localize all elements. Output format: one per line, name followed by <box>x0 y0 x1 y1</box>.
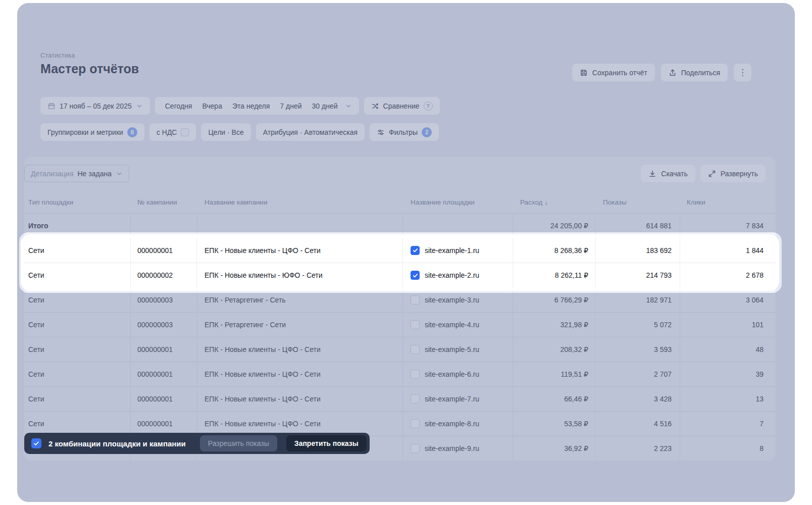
column-header-platform-type[interactable]: Тип площадки <box>24 191 131 213</box>
quick-range-7-days[interactable]: 7 дней <box>277 102 304 110</box>
table-header-row: Тип площадки № кампании Название кампани… <box>24 191 776 213</box>
column-header-cost[interactable]: Расход ↓ <box>513 191 596 213</box>
site-name: site-example-7.ru <box>425 395 479 403</box>
filters-label: Фильтры <box>389 128 418 136</box>
attribution-chip[interactable]: Атрибуция · Автоматическая <box>256 123 365 141</box>
cell-clicks: 13 <box>680 387 776 411</box>
save-report-button[interactable]: Сохранить отчёт <box>572 64 655 81</box>
cell-impressions: 5 072 <box>596 313 680 337</box>
column-header-campaign-name[interactable]: Название кампании <box>197 191 403 213</box>
cell-site-name: site-example-7.ru <box>403 387 513 411</box>
column-header-impressions[interactable]: Показы <box>596 191 680 213</box>
row-checkbox[interactable] <box>411 444 420 453</box>
groupings-count-badge: 8 <box>127 127 137 137</box>
comparison-chip[interactable]: Сравнение ? <box>364 97 440 115</box>
cell-platform-type: Сети <box>24 238 131 263</box>
quick-range-30-days[interactable]: 30 дней <box>309 102 341 110</box>
detailing-dropdown[interactable]: Детализация Не задана <box>24 165 129 182</box>
table-row[interactable]: Сети 000000001 ЕПК - Новые клиенты - ЦФО… <box>24 411 776 436</box>
table-body: Итого 24 205,00 ₽ 614 881 7 834 Сети 000… <box>24 213 776 461</box>
cell-impressions: 182 971 <box>596 287 680 312</box>
allow-impressions-button[interactable]: Разрешить показы <box>200 435 277 451</box>
cell-campaign-id: 000000003 <box>131 287 197 312</box>
site-name: site-example-4.ru <box>425 321 479 329</box>
more-actions-button[interactable]: ⋮ <box>734 64 751 81</box>
toast-checkbox[interactable] <box>31 438 41 448</box>
cell-campaign-name: ЕПК - Новые клиенты - ЦФО - Сети <box>197 412 403 436</box>
table-row[interactable]: Сети 000000001 ЕПК - Новые клиенты - ЦФО… <box>24 238 776 263</box>
site-name: site-example-2.ru <box>425 271 479 279</box>
deny-impressions-button[interactable]: Запретить показы <box>286 435 367 451</box>
vat-chip[interactable]: с НДС <box>149 123 196 141</box>
cell-site-name: site-example-2.ru <box>403 263 513 287</box>
cell-campaign-name: ЕПК - Новые клиенты - ЦФО - Сети <box>197 238 403 263</box>
cell-clicks: 39 <box>680 362 776 386</box>
breadcrumb[interactable]: Статистика <box>40 52 75 59</box>
row-checkbox[interactable] <box>411 394 420 403</box>
cell-clicks: 3 064 <box>680 287 776 312</box>
selection-toast: 2 комбинации площадки и кампании Разреши… <box>24 433 370 454</box>
table-row[interactable]: Сети 000000001 ЕПК - Новые клиенты - ЦФО… <box>24 386 776 411</box>
row-checkbox[interactable] <box>411 271 420 280</box>
cell-site-name: site-example-6.ru <box>403 362 513 386</box>
cell-cost: 66,46 ₽ <box>513 387 596 411</box>
chevron-down-icon <box>116 170 123 177</box>
quick-range-today[interactable]: Сегодня <box>162 102 195 110</box>
row-checkbox[interactable] <box>411 345 420 354</box>
cell-cost: 8 262,11 ₽ <box>513 263 596 287</box>
save-icon <box>580 69 588 77</box>
vat-label: с НДС <box>157 128 177 136</box>
column-header-site-name[interactable]: Название площадки <box>403 191 513 213</box>
cell-campaign-name: ЕПК - Новые клиенты - ЦФО - Сети <box>197 362 403 386</box>
compare-shuffle-icon <box>371 102 379 110</box>
cell-impressions: 3 593 <box>596 337 680 362</box>
groupings-metrics-chip[interactable]: Группировки и метрики 8 <box>40 123 144 141</box>
cell-campaign-name: ЕПК - Ретаргетинг - Сеть <box>197 287 403 312</box>
vat-checkbox[interactable] <box>181 128 189 136</box>
cell-impressions: 3 428 <box>596 387 680 411</box>
column-header-campaign-id[interactable]: № кампании <box>131 191 197 213</box>
toast-selection-label: 2 комбинации площадки и кампании <box>48 439 186 448</box>
cell-site-name: site-example-1.ru <box>403 238 513 263</box>
filters-row-2: Группировки и метрики 8 с НДС Цели · Все… <box>40 123 439 141</box>
cell-cost: 119,51 ₽ <box>513 362 596 386</box>
filters-chip[interactable]: Фильтры 2 <box>370 123 439 141</box>
table-row[interactable]: Сети 000000001 ЕПК - Новые клиенты - ЦФО… <box>24 362 776 386</box>
cell-clicks: 8 <box>680 436 776 461</box>
cell-platform-type: Сети <box>24 287 131 312</box>
share-button[interactable]: Поделиться <box>661 64 728 81</box>
cell-campaign-name: ЕПК - Новые клиенты - ЦФО - Сети <box>197 337 403 362</box>
cell-campaign-name: ЕПК - Новые клиенты - ЮФО - Сети <box>197 263 403 287</box>
download-button[interactable]: Скачать <box>641 165 695 182</box>
quick-range-this-week[interactable]: Эта неделя <box>229 102 273 110</box>
quick-range-chip: Сегодня Вчера Эта неделя 7 дней 30 дней <box>155 97 359 115</box>
expand-icon <box>708 170 716 178</box>
chevron-down-icon[interactable] <box>345 103 352 110</box>
table-row[interactable]: Сети 000000003 ЕПК - Ретаргетинг - Сеть … <box>24 287 776 312</box>
table-row[interactable]: Сети 000000003 ЕПК - Ретаргетинг - Сети … <box>24 312 776 337</box>
cell-clicks: 2 678 <box>680 263 776 287</box>
goals-chip[interactable]: Цели · Все <box>201 123 250 141</box>
page-title: Мастер отчётов <box>40 62 139 76</box>
row-checkbox[interactable] <box>411 419 420 428</box>
row-checkbox[interactable] <box>411 246 420 255</box>
expand-button[interactable]: Развернуть <box>700 165 766 182</box>
sort-desc-icon: ↓ <box>545 198 548 206</box>
table-row[interactable]: Сети 000000001 ЕПК - Новые клиенты - ЦФО… <box>24 337 776 362</box>
row-checkbox[interactable] <box>411 320 420 329</box>
row-checkbox[interactable] <box>411 295 420 305</box>
cell-campaign-name: ЕПК - Новые клиенты - ЦФО - Сети <box>197 387 403 411</box>
chevron-down-icon <box>136 103 143 110</box>
cell-platform-type: Сети <box>24 362 131 386</box>
totals-label: Итого <box>24 214 131 238</box>
table-row[interactable]: Сети 000000002 ЕПК - Новые клиенты - ЮФО… <box>24 263 776 287</box>
share-icon <box>669 69 677 77</box>
row-checkbox[interactable] <box>411 370 420 379</box>
help-icon[interactable]: ? <box>424 102 433 111</box>
cell-site-name: site-example-4.ru <box>403 313 513 337</box>
cell-site-name: site-example-5.ru <box>403 337 513 362</box>
cell-cost: 321,98 ₽ <box>513 313 596 337</box>
quick-range-yesterday[interactable]: Вчера <box>199 102 225 110</box>
date-range-chip[interactable]: 17 нояб – 05 дек 2025 <box>40 97 150 115</box>
column-header-clicks[interactable]: Клики <box>680 191 776 213</box>
